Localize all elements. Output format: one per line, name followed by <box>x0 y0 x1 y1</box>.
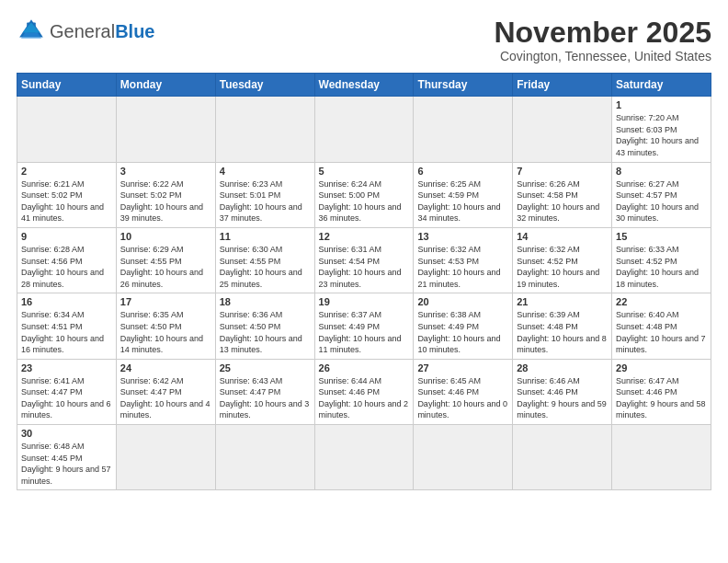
logo-icon <box>17 17 46 46</box>
day-info: Sunrise: 6:32 AMSunset: 4:52 PMDaylight:… <box>517 244 608 290</box>
day-cell: 13Sunrise: 6:32 AMSunset: 4:53 PMDayligh… <box>414 227 513 293</box>
day-number: 24 <box>120 362 211 373</box>
day-info: Sunrise: 6:21 AMSunset: 5:02 PMDaylight:… <box>21 178 112 224</box>
logo: GeneralBlue <box>17 17 155 46</box>
day-cell: 27Sunrise: 6:45 AMSunset: 4:46 PMDayligh… <box>414 359 513 424</box>
weekday-thursday: Thursday <box>414 74 513 97</box>
day-info: Sunrise: 6:22 AMSunset: 5:02 PMDaylight:… <box>120 178 211 224</box>
day-cell: 29Sunrise: 6:47 AMSunset: 4:46 PMDayligh… <box>612 359 711 424</box>
weekday-wednesday: Wednesday <box>314 74 414 97</box>
day-cell <box>215 97 314 162</box>
day-info: Sunrise: 6:35 AMSunset: 4:50 PMDaylight:… <box>120 309 211 355</box>
day-number: 7 <box>517 166 608 177</box>
day-cell <box>116 425 215 490</box>
week-row-3: 9Sunrise: 6:28 AMSunset: 4:56 PMDaylight… <box>17 227 711 293</box>
svg-marker-3 <box>22 22 40 32</box>
day-number: 14 <box>517 231 608 242</box>
day-info: Sunrise: 6:29 AMSunset: 4:55 PMDaylight:… <box>120 244 211 290</box>
week-row-1: 1Sunrise: 7:20 AMSunset: 6:03 PMDaylight… <box>17 97 711 162</box>
day-info: Sunrise: 6:24 AMSunset: 5:00 PMDaylight:… <box>319 178 410 224</box>
location: Covington, Tennessee, United States <box>494 49 711 63</box>
day-cell: 22Sunrise: 6:40 AMSunset: 4:48 PMDayligh… <box>612 293 711 359</box>
day-info: Sunrise: 6:48 AMSunset: 4:45 PMDaylight:… <box>21 441 112 487</box>
day-cell <box>414 97 513 162</box>
day-info: Sunrise: 6:34 AMSunset: 4:51 PMDaylight:… <box>21 309 112 355</box>
day-info: Sunrise: 6:25 AMSunset: 4:59 PMDaylight:… <box>417 178 508 224</box>
day-cell: 16Sunrise: 6:34 AMSunset: 4:51 PMDayligh… <box>17 293 117 359</box>
day-number: 29 <box>616 362 707 373</box>
day-info: Sunrise: 6:39 AMSunset: 4:48 PMDaylight:… <box>517 309 608 355</box>
day-info: Sunrise: 6:41 AMSunset: 4:47 PMDaylight:… <box>21 375 112 421</box>
day-number: 20 <box>417 296 508 307</box>
day-number: 3 <box>120 166 211 177</box>
weekday-tuesday: Tuesday <box>215 74 314 97</box>
weekday-friday: Friday <box>513 74 612 97</box>
day-cell <box>17 97 117 162</box>
day-info: Sunrise: 6:38 AMSunset: 4:49 PMDaylight:… <box>417 309 508 355</box>
logo-text: GeneralBlue <box>50 21 155 42</box>
day-cell <box>414 425 513 490</box>
day-cell <box>215 425 314 490</box>
day-number: 30 <box>21 428 112 439</box>
day-info: Sunrise: 6:36 AMSunset: 4:50 PMDaylight:… <box>220 309 311 355</box>
day-number: 17 <box>120 296 211 307</box>
day-cell <box>513 425 612 490</box>
day-number: 2 <box>21 166 112 177</box>
day-info: Sunrise: 6:33 AMSunset: 4:52 PMDaylight:… <box>616 244 707 290</box>
day-number: 1 <box>616 99 707 110</box>
weekday-header-row: SundayMondayTuesdayWednesdayThursdayFrid… <box>17 74 711 97</box>
day-cell: 26Sunrise: 6:44 AMSunset: 4:46 PMDayligh… <box>314 359 414 424</box>
day-cell: 20Sunrise: 6:38 AMSunset: 4:49 PMDayligh… <box>414 293 513 359</box>
page: GeneralBlue November 2025 Covington, Ten… <box>0 0 728 563</box>
day-info: Sunrise: 6:31 AMSunset: 4:54 PMDaylight:… <box>319 244 410 290</box>
day-number: 19 <box>319 296 410 307</box>
day-info: Sunrise: 6:27 AMSunset: 4:57 PMDaylight:… <box>616 178 707 224</box>
day-info: Sunrise: 6:23 AMSunset: 5:01 PMDaylight:… <box>220 178 311 224</box>
day-number: 5 <box>319 166 410 177</box>
day-cell: 21Sunrise: 6:39 AMSunset: 4:48 PMDayligh… <box>513 293 612 359</box>
day-number: 15 <box>616 231 707 242</box>
day-cell: 2Sunrise: 6:21 AMSunset: 5:02 PMDaylight… <box>17 162 117 227</box>
day-cell: 24Sunrise: 6:42 AMSunset: 4:47 PMDayligh… <box>116 359 215 424</box>
weekday-sunday: Sunday <box>17 74 117 97</box>
day-cell: 18Sunrise: 6:36 AMSunset: 4:50 PMDayligh… <box>215 293 314 359</box>
day-number: 22 <box>616 296 707 307</box>
day-number: 9 <box>21 231 112 242</box>
day-cell: 15Sunrise: 6:33 AMSunset: 4:52 PMDayligh… <box>612 227 711 293</box>
day-cell: 10Sunrise: 6:29 AMSunset: 4:55 PMDayligh… <box>116 227 215 293</box>
day-cell <box>513 97 612 162</box>
day-info: Sunrise: 6:45 AMSunset: 4:46 PMDaylight:… <box>417 375 508 421</box>
day-number: 18 <box>220 296 311 307</box>
day-cell: 12Sunrise: 6:31 AMSunset: 4:54 PMDayligh… <box>314 227 414 293</box>
day-number: 28 <box>517 362 608 373</box>
title-block: November 2025 Covington, Tennessee, Unit… <box>494 17 711 63</box>
day-number: 10 <box>120 231 211 242</box>
day-number: 27 <box>417 362 508 373</box>
day-number: 6 <box>417 166 508 177</box>
day-number: 8 <box>616 166 707 177</box>
day-cell: 4Sunrise: 6:23 AMSunset: 5:01 PMDaylight… <box>215 162 314 227</box>
day-cell: 7Sunrise: 6:26 AMSunset: 4:58 PMDaylight… <box>513 162 612 227</box>
day-number: 11 <box>220 231 311 242</box>
day-cell: 11Sunrise: 6:30 AMSunset: 4:55 PMDayligh… <box>215 227 314 293</box>
week-row-2: 2Sunrise: 6:21 AMSunset: 5:02 PMDaylight… <box>17 162 711 227</box>
day-cell: 23Sunrise: 6:41 AMSunset: 4:47 PMDayligh… <box>17 359 117 424</box>
day-number: 21 <box>517 296 608 307</box>
day-cell: 17Sunrise: 6:35 AMSunset: 4:50 PMDayligh… <box>116 293 215 359</box>
day-cell: 14Sunrise: 6:32 AMSunset: 4:52 PMDayligh… <box>513 227 612 293</box>
day-number: 23 <box>21 362 112 373</box>
calendar: SundayMondayTuesdayWednesdayThursdayFrid… <box>17 73 711 490</box>
day-info: Sunrise: 6:43 AMSunset: 4:47 PMDaylight:… <box>220 375 311 421</box>
day-cell: 25Sunrise: 6:43 AMSunset: 4:47 PMDayligh… <box>215 359 314 424</box>
day-info: Sunrise: 6:28 AMSunset: 4:56 PMDaylight:… <box>21 244 112 290</box>
day-info: Sunrise: 6:26 AMSunset: 4:58 PMDaylight:… <box>517 178 608 224</box>
week-row-6: 30Sunrise: 6:48 AMSunset: 4:45 PMDayligh… <box>17 425 711 490</box>
day-info: Sunrise: 6:40 AMSunset: 4:48 PMDaylight:… <box>616 309 707 355</box>
header: GeneralBlue November 2025 Covington, Ten… <box>17 17 711 63</box>
day-number: 13 <box>417 231 508 242</box>
day-cell <box>314 425 414 490</box>
week-row-5: 23Sunrise: 6:41 AMSunset: 4:47 PMDayligh… <box>17 359 711 424</box>
day-cell: 1Sunrise: 7:20 AMSunset: 6:03 PMDaylight… <box>612 97 711 162</box>
day-cell: 5Sunrise: 6:24 AMSunset: 5:00 PMDaylight… <box>314 162 414 227</box>
day-cell: 6Sunrise: 6:25 AMSunset: 4:59 PMDaylight… <box>414 162 513 227</box>
